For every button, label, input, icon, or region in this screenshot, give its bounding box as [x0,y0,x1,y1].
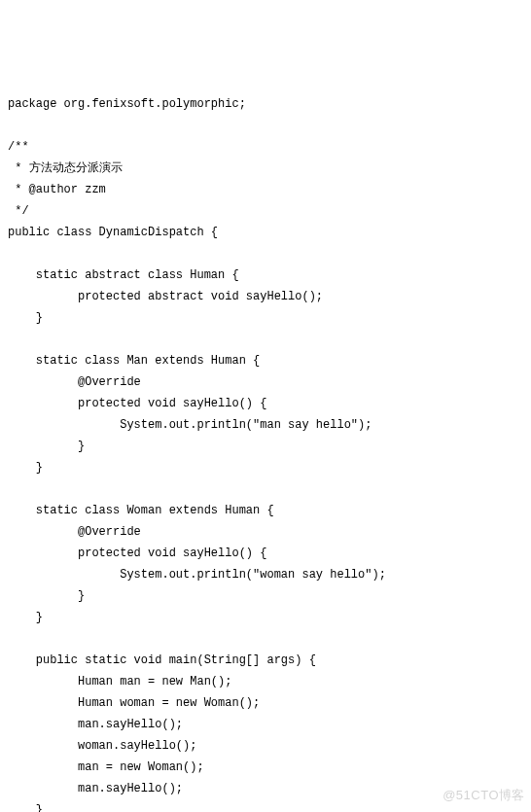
code-block: package org.fenixsoft.polymorphic; /** *… [8,93,523,812]
